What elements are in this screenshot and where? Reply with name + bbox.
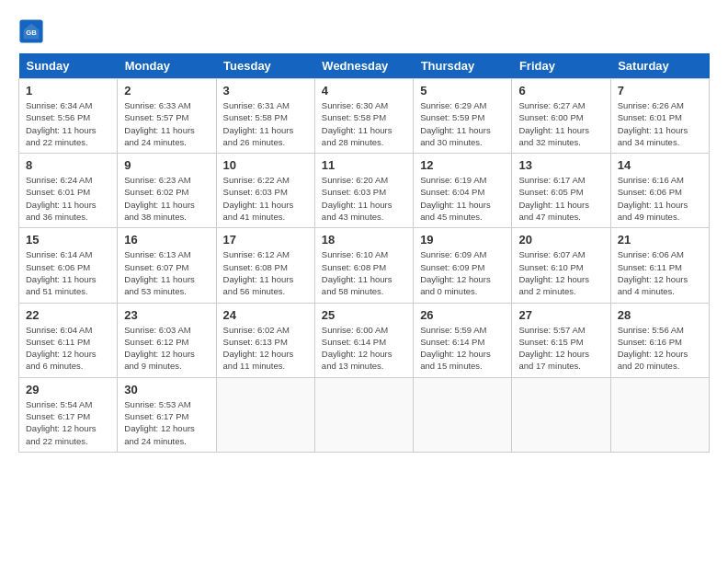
day-info: Sunrise: 6:07 AM Sunset: 6:10 PM Dayligh… bbox=[518, 248, 603, 297]
day-info: Sunrise: 5:53 AM Sunset: 6:17 PM Dayligh… bbox=[124, 398, 209, 447]
day-info: Sunrise: 6:03 AM Sunset: 6:12 PM Dayligh… bbox=[124, 324, 209, 373]
day-info: Sunrise: 6:24 AM Sunset: 6:01 PM Dayligh… bbox=[26, 174, 110, 223]
day-number: 17 bbox=[223, 233, 308, 247]
empty-cell bbox=[414, 377, 512, 452]
day-cell-1: 1Sunrise: 6:34 AM Sunset: 5:56 PM Daylig… bbox=[19, 79, 118, 154]
day-cell-30: 30Sunrise: 5:53 AM Sunset: 6:17 PM Dayli… bbox=[118, 377, 216, 452]
day-cell-9: 9Sunrise: 6:23 AM Sunset: 6:02 PM Daylig… bbox=[118, 154, 216, 228]
col-header-monday: Monday bbox=[118, 53, 216, 79]
day-number: 28 bbox=[618, 308, 702, 322]
calendar-week-1: 1Sunrise: 6:34 AM Sunset: 5:56 PM Daylig… bbox=[19, 79, 710, 154]
day-number: 11 bbox=[322, 158, 406, 172]
day-number: 27 bbox=[518, 308, 603, 322]
col-header-friday: Friday bbox=[512, 53, 610, 79]
day-cell-18: 18Sunrise: 6:10 AM Sunset: 6:08 PM Dayli… bbox=[314, 228, 413, 303]
day-number: 12 bbox=[420, 158, 505, 172]
logo-icon: GB bbox=[18, 18, 44, 44]
day-number: 8 bbox=[26, 158, 110, 172]
day-cell-19: 19Sunrise: 6:09 AM Sunset: 6:09 PM Dayli… bbox=[414, 228, 512, 303]
day-info: Sunrise: 6:02 AM Sunset: 6:13 PM Dayligh… bbox=[223, 324, 308, 373]
day-info: Sunrise: 6:10 AM Sunset: 6:08 PM Dayligh… bbox=[322, 248, 406, 297]
day-number: 21 bbox=[618, 233, 702, 247]
day-cell-20: 20Sunrise: 6:07 AM Sunset: 6:10 PM Dayli… bbox=[512, 228, 610, 303]
day-cell-14: 14Sunrise: 6:16 AM Sunset: 6:06 PM Dayli… bbox=[610, 154, 709, 228]
day-cell-29: 29Sunrise: 5:54 AM Sunset: 6:17 PM Dayli… bbox=[19, 377, 118, 452]
day-info: Sunrise: 5:54 AM Sunset: 6:17 PM Dayligh… bbox=[26, 398, 110, 447]
day-cell-10: 10Sunrise: 6:22 AM Sunset: 6:03 PM Dayli… bbox=[216, 154, 314, 228]
calendar-week-2: 8Sunrise: 6:24 AM Sunset: 6:01 PM Daylig… bbox=[19, 154, 710, 228]
day-info: Sunrise: 6:23 AM Sunset: 6:02 PM Dayligh… bbox=[124, 174, 209, 223]
day-cell-27: 27Sunrise: 5:57 AM Sunset: 6:15 PM Dayli… bbox=[512, 303, 610, 377]
day-number: 26 bbox=[420, 308, 505, 322]
day-info: Sunrise: 6:29 AM Sunset: 5:59 PM Dayligh… bbox=[420, 99, 505, 148]
day-number: 10 bbox=[223, 158, 308, 172]
day-number: 30 bbox=[124, 383, 209, 396]
empty-cell bbox=[216, 377, 314, 452]
day-number: 23 bbox=[124, 308, 209, 322]
svg-text:GB: GB bbox=[26, 29, 37, 37]
day-number: 18 bbox=[322, 233, 406, 247]
day-info: Sunrise: 6:31 AM Sunset: 5:58 PM Dayligh… bbox=[223, 99, 308, 148]
day-info: Sunrise: 5:57 AM Sunset: 6:15 PM Dayligh… bbox=[518, 324, 603, 373]
day-number: 1 bbox=[26, 84, 110, 98]
day-number: 4 bbox=[322, 84, 406, 98]
day-cell-13: 13Sunrise: 6:17 AM Sunset: 6:05 PM Dayli… bbox=[512, 154, 610, 228]
day-info: Sunrise: 6:00 AM Sunset: 6:14 PM Dayligh… bbox=[322, 324, 406, 373]
calendar-week-5: 29Sunrise: 5:54 AM Sunset: 6:17 PM Dayli… bbox=[19, 377, 710, 452]
day-cell-17: 17Sunrise: 6:12 AM Sunset: 6:08 PM Dayli… bbox=[216, 228, 314, 303]
day-number: 25 bbox=[322, 308, 406, 322]
day-number: 3 bbox=[223, 84, 308, 98]
empty-cell bbox=[512, 377, 610, 452]
day-cell-24: 24Sunrise: 6:02 AM Sunset: 6:13 PM Dayli… bbox=[216, 303, 314, 377]
day-number: 15 bbox=[26, 233, 110, 247]
day-number: 24 bbox=[223, 308, 308, 322]
day-number: 19 bbox=[420, 233, 505, 247]
day-cell-6: 6Sunrise: 6:27 AM Sunset: 6:00 PM Daylig… bbox=[512, 79, 610, 154]
col-header-saturday: Saturday bbox=[610, 53, 709, 79]
day-cell-11: 11Sunrise: 6:20 AM Sunset: 6:03 PM Dayli… bbox=[314, 154, 413, 228]
empty-cell bbox=[314, 377, 413, 452]
day-cell-2: 2Sunrise: 6:33 AM Sunset: 5:57 PM Daylig… bbox=[118, 79, 216, 154]
day-cell-22: 22Sunrise: 6:04 AM Sunset: 6:11 PM Dayli… bbox=[19, 303, 118, 377]
day-info: Sunrise: 6:22 AM Sunset: 6:03 PM Dayligh… bbox=[223, 174, 308, 223]
day-info: Sunrise: 6:13 AM Sunset: 6:07 PM Dayligh… bbox=[124, 248, 209, 297]
day-cell-7: 7Sunrise: 6:26 AM Sunset: 6:01 PM Daylig… bbox=[610, 79, 709, 154]
day-info: Sunrise: 6:34 AM Sunset: 5:56 PM Dayligh… bbox=[26, 99, 110, 148]
day-number: 7 bbox=[618, 84, 702, 98]
calendar-week-4: 22Sunrise: 6:04 AM Sunset: 6:11 PM Dayli… bbox=[19, 303, 710, 377]
day-info: Sunrise: 6:27 AM Sunset: 6:00 PM Dayligh… bbox=[518, 99, 603, 148]
day-info: Sunrise: 6:30 AM Sunset: 5:58 PM Dayligh… bbox=[322, 99, 406, 148]
page-header: GB bbox=[18, 18, 710, 44]
day-info: Sunrise: 6:19 AM Sunset: 6:04 PM Dayligh… bbox=[420, 174, 505, 223]
day-info: Sunrise: 6:09 AM Sunset: 6:09 PM Dayligh… bbox=[420, 248, 505, 297]
calendar-header-row: SundayMondayTuesdayWednesdayThursdayFrid… bbox=[19, 53, 710, 79]
day-info: Sunrise: 6:17 AM Sunset: 6:05 PM Dayligh… bbox=[518, 174, 603, 223]
day-number: 22 bbox=[26, 308, 110, 322]
day-info: Sunrise: 5:56 AM Sunset: 6:16 PM Dayligh… bbox=[618, 324, 702, 373]
day-number: 13 bbox=[518, 158, 603, 172]
day-info: Sunrise: 6:14 AM Sunset: 6:06 PM Dayligh… bbox=[26, 248, 110, 297]
day-number: 5 bbox=[420, 84, 505, 98]
day-info: Sunrise: 5:59 AM Sunset: 6:14 PM Dayligh… bbox=[420, 324, 505, 373]
day-info: Sunrise: 6:04 AM Sunset: 6:11 PM Dayligh… bbox=[26, 324, 110, 373]
day-info: Sunrise: 6:06 AM Sunset: 6:11 PM Dayligh… bbox=[618, 248, 702, 297]
day-number: 20 bbox=[518, 233, 603, 247]
day-info: Sunrise: 6:26 AM Sunset: 6:01 PM Dayligh… bbox=[618, 99, 702, 148]
day-cell-28: 28Sunrise: 5:56 AM Sunset: 6:16 PM Dayli… bbox=[610, 303, 709, 377]
day-cell-23: 23Sunrise: 6:03 AM Sunset: 6:12 PM Dayli… bbox=[118, 303, 216, 377]
day-info: Sunrise: 6:20 AM Sunset: 6:03 PM Dayligh… bbox=[322, 174, 406, 223]
day-cell-4: 4Sunrise: 6:30 AM Sunset: 5:58 PM Daylig… bbox=[314, 79, 413, 154]
col-header-tuesday: Tuesday bbox=[216, 53, 314, 79]
day-number: 2 bbox=[124, 84, 209, 98]
day-cell-3: 3Sunrise: 6:31 AM Sunset: 5:58 PM Daylig… bbox=[216, 79, 314, 154]
day-cell-16: 16Sunrise: 6:13 AM Sunset: 6:07 PM Dayli… bbox=[118, 228, 216, 303]
day-number: 9 bbox=[124, 158, 209, 172]
day-number: 16 bbox=[124, 233, 209, 247]
day-number: 6 bbox=[518, 84, 603, 98]
col-header-sunday: Sunday bbox=[19, 53, 118, 79]
day-cell-12: 12Sunrise: 6:19 AM Sunset: 6:04 PM Dayli… bbox=[414, 154, 512, 228]
day-number: 29 bbox=[26, 383, 110, 396]
calendar-week-3: 15Sunrise: 6:14 AM Sunset: 6:06 PM Dayli… bbox=[19, 228, 710, 303]
logo: GB bbox=[18, 18, 48, 44]
day-cell-26: 26Sunrise: 5:59 AM Sunset: 6:14 PM Dayli… bbox=[414, 303, 512, 377]
